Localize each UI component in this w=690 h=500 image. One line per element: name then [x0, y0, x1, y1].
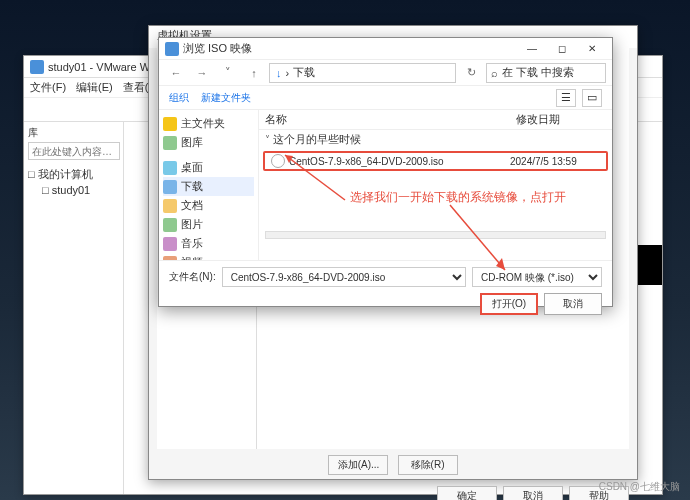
- nav-desktop[interactable]: 桌面: [163, 158, 254, 177]
- nav-downloads[interactable]: 下载: [163, 177, 254, 196]
- tree-mypc[interactable]: □ 我的计算机: [28, 166, 119, 182]
- settings-cancel-button[interactable]: 取消: [503, 486, 563, 500]
- video-icon: [163, 256, 177, 261]
- file-name: CentOS-7.9-x86_64-DVD-2009.iso: [289, 156, 510, 167]
- vmware-sidebar: 库 □ 我的计算机 □ study01: [24, 122, 124, 494]
- vmware-icon: [30, 60, 44, 74]
- tree-study01[interactable]: □ study01: [28, 182, 119, 198]
- maximize-icon[interactable]: ◻: [548, 40, 576, 58]
- browse-title: 浏览 ISO 映像: [183, 41, 252, 56]
- menu-file[interactable]: 文件(F): [30, 80, 66, 95]
- minimize-icon[interactable]: —: [518, 40, 546, 58]
- folder-icon: [165, 42, 179, 56]
- address-bar[interactable]: ↓ › 下载: [269, 63, 456, 83]
- nav-pane: 主文件夹 图库 桌面 下载 文档 图片 音乐 视频: [159, 110, 259, 260]
- search-box[interactable]: ⌕ 在 下载 中搜索: [486, 63, 606, 83]
- browse-navbar: ← → ˅ ↑ ↓ › 下载 ↻ ⌕ 在 下载 中搜索: [159, 60, 612, 86]
- file-date: 2024/7/5 13:59: [510, 156, 600, 167]
- gallery-icon: [163, 136, 177, 150]
- browse-titlebar[interactable]: 浏览 ISO 映像 — ◻ ✕: [159, 38, 612, 60]
- browse-iso-dialog: 浏览 ISO 映像 — ◻ ✕ ← → ˅ ↑ ↓ › 下载 ↻ ⌕ 在 下载 …: [158, 37, 613, 307]
- file-list: 名称 修改日期 ˅ 这个月的早些时候 CentOS-7.9-x86_64-DVD…: [259, 110, 612, 260]
- nav-music[interactable]: 音乐: [163, 234, 254, 253]
- filename-label: 文件名(N):: [169, 270, 216, 284]
- nav-up-icon[interactable]: ˅: [217, 63, 239, 83]
- newfolder-link[interactable]: 新建文件夹: [201, 91, 251, 105]
- pics-icon: [163, 218, 177, 232]
- vm-tree: □ 我的计算机 □ study01: [28, 166, 119, 198]
- nav-video[interactable]: 视频: [163, 253, 254, 260]
- nav-up-arrow-icon[interactable]: ↑: [243, 63, 265, 83]
- browse-cancel-button[interactable]: 取消: [544, 293, 602, 315]
- nav-pics[interactable]: 图片: [163, 215, 254, 234]
- nav-forward-icon[interactable]: →: [191, 63, 213, 83]
- download-folder-icon: [163, 180, 177, 194]
- refresh-icon[interactable]: ↻: [460, 63, 482, 83]
- view-list-icon[interactable]: ☰: [556, 89, 576, 107]
- browse-toolbar: 组织 新建文件夹 ☰ ▭: [159, 86, 612, 110]
- docs-icon: [163, 199, 177, 213]
- search-placeholder: 在 下载 中搜索: [502, 65, 574, 80]
- path-text: 下载: [293, 65, 315, 80]
- list-header: 名称 修改日期: [259, 110, 612, 130]
- filter-combo[interactable]: CD-ROM 映像 (*.iso): [472, 267, 602, 287]
- filename-combo[interactable]: CentOS-7.9-x86_64-DVD-2009.iso: [222, 267, 466, 287]
- close-icon[interactable]: ✕: [578, 40, 606, 58]
- home-icon: [163, 117, 177, 131]
- browse-footer: 文件名(N): CentOS-7.9-x86_64-DVD-2009.iso C…: [159, 260, 612, 321]
- nav-docs[interactable]: 文档: [163, 196, 254, 215]
- menu-edit[interactable]: 编辑(E): [76, 80, 113, 95]
- settings-ok-button[interactable]: 确定: [437, 486, 497, 500]
- col-date[interactable]: 修改日期: [516, 112, 606, 127]
- nav-back-icon[interactable]: ←: [165, 63, 187, 83]
- file-row-selected[interactable]: CentOS-7.9-x86_64-DVD-2009.iso 2024/7/5 …: [263, 151, 608, 171]
- search-icon: ⌕: [491, 67, 498, 79]
- add-button[interactable]: 添加(A)...: [328, 455, 388, 475]
- download-icon: ↓: [276, 67, 282, 79]
- list-group[interactable]: ˅ 这个月的早些时候: [259, 130, 612, 149]
- iso-icon: [271, 154, 285, 168]
- sidebar-lib-label: 库: [28, 126, 119, 140]
- view-details-icon[interactable]: ▭: [582, 89, 602, 107]
- music-icon: [163, 237, 177, 251]
- sidebar-search-input[interactable]: [28, 142, 120, 160]
- nav-gallery[interactable]: 图库: [163, 133, 254, 152]
- col-name[interactable]: 名称: [265, 112, 516, 127]
- nav-main[interactable]: 主文件夹: [163, 114, 254, 133]
- horizontal-scrollbar[interactable]: [265, 231, 606, 239]
- open-button[interactable]: 打开(O): [480, 293, 538, 315]
- remove-button[interactable]: 移除(R): [398, 455, 458, 475]
- desktop-icon: [163, 161, 177, 175]
- organize-link[interactable]: 组织: [169, 91, 189, 105]
- watermark: CSDN @七维大脑: [599, 480, 680, 494]
